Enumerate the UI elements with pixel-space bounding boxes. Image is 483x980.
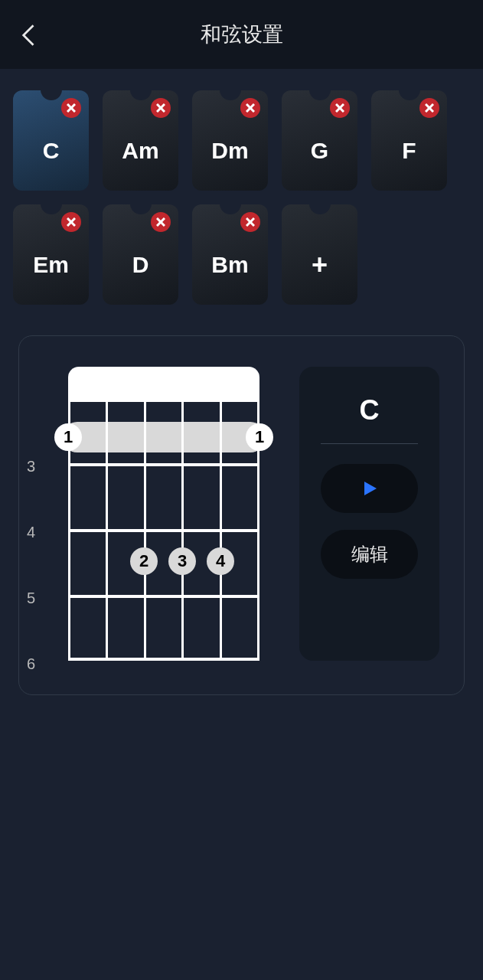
play-button[interactable] [321, 464, 418, 513]
finger-dot: 2 [130, 547, 158, 575]
finger-dot: 3 [168, 547, 196, 575]
chord-tile-label: Em [33, 252, 69, 278]
divider [321, 443, 418, 444]
remove-chord-button[interactable] [151, 98, 171, 118]
remove-chord-button[interactable] [240, 98, 260, 118]
chord-tile[interactable]: Am [103, 90, 178, 191]
finger-dot: 1 [246, 423, 273, 451]
svg-marker-16 [364, 482, 377, 495]
fretboard-nut [68, 367, 259, 399]
chord-grid: CAmDmGFEmDBm+ [0, 69, 483, 305]
chord-tile[interactable]: G [282, 90, 357, 191]
close-icon [156, 217, 165, 227]
close-icon [67, 103, 76, 113]
chord-tile[interactable]: D [103, 204, 178, 305]
edit-button-label: 编辑 [351, 542, 388, 567]
selected-chord-name: C [360, 394, 380, 426]
chord-controls: C 编辑 [299, 367, 439, 661]
chord-tile-label: F [402, 138, 416, 164]
plus-icon: + [312, 251, 328, 279]
play-icon [361, 479, 379, 498]
chord-tile[interactable]: F [371, 90, 447, 191]
chord-tile-label: G [311, 138, 328, 164]
remove-chord-button[interactable] [61, 98, 81, 118]
fret-number-column: 3 4 5 6 [27, 419, 35, 676]
close-icon [246, 217, 255, 227]
chord-tile-label: D [132, 252, 149, 278]
fret-number: 6 [27, 610, 35, 676]
chord-tile-label: C [43, 138, 60, 164]
fretboard-diagram: 3 4 5 6 1 1 [27, 367, 272, 661]
remove-chord-button[interactable] [419, 98, 439, 118]
fret-line [68, 463, 259, 466]
string-line [181, 399, 184, 661]
close-icon [335, 103, 344, 113]
finger-dot: 4 [207, 547, 234, 575]
close-icon [246, 103, 255, 113]
fret-number: 3 [27, 419, 35, 479]
remove-chord-button[interactable] [330, 98, 350, 118]
header-bar: 和弦设置 [0, 0, 483, 69]
barre-highlight [62, 422, 266, 452]
remove-chord-button[interactable] [61, 212, 81, 232]
string-line [106, 399, 108, 661]
chord-tile[interactable]: Bm [192, 204, 268, 305]
chord-tile[interactable]: Dm [192, 90, 268, 191]
close-icon [156, 103, 165, 113]
chord-tile[interactable]: Em [13, 204, 89, 305]
string-line [220, 399, 222, 661]
fretboard: 1 1 2 3 4 [68, 367, 259, 661]
fret-line [68, 658, 259, 661]
close-icon [67, 217, 76, 227]
chord-tile-label: Dm [211, 138, 248, 164]
remove-chord-button[interactable] [240, 212, 260, 232]
remove-chord-button[interactable] [151, 212, 171, 232]
fret-line [68, 529, 259, 532]
close-icon [425, 103, 434, 113]
fret-line [68, 399, 259, 402]
finger-dot: 1 [54, 423, 82, 451]
add-chord-button[interactable]: + [282, 204, 357, 305]
fretboard-grid: 1 1 2 3 4 [68, 399, 259, 661]
chord-tile-label: Bm [211, 252, 248, 278]
chord-detail-panel: 3 4 5 6 1 1 [18, 335, 465, 695]
fret-number: 5 [27, 544, 35, 610]
fret-line [68, 595, 259, 598]
edit-button[interactable]: 编辑 [321, 530, 418, 579]
chord-tile-label: Am [122, 138, 158, 164]
page-title: 和弦设置 [201, 21, 283, 48]
chord-tile[interactable]: C [13, 90, 89, 191]
string-line [144, 399, 146, 661]
back-button[interactable] [15, 21, 43, 49]
fret-number: 4 [27, 479, 35, 544]
chevron-left-icon [21, 23, 38, 47]
